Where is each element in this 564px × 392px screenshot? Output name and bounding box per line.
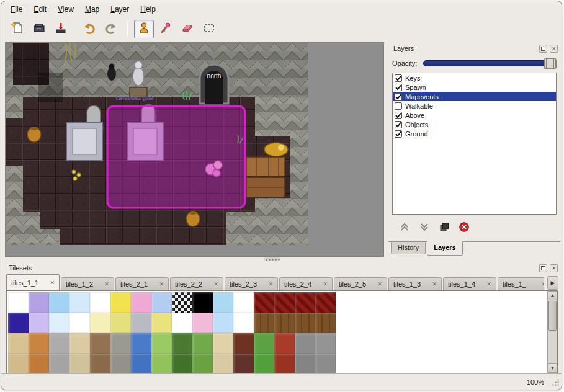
tile[interactable] (131, 313, 151, 333)
opacity-slider-handle[interactable] (544, 58, 557, 69)
scrollbar-thumb[interactable] (548, 301, 557, 331)
layer-row-walkable[interactable]: Walkable (393, 101, 556, 110)
tile[interactable] (69, 313, 90, 333)
layer-row-ground[interactable]: Ground (393, 129, 556, 138)
tile[interactable] (90, 292, 110, 313)
dock-tab-history[interactable]: History (391, 242, 426, 254)
tile[interactable] (8, 333, 29, 354)
tile[interactable] (213, 333, 233, 354)
new-file-button[interactable] (7, 20, 27, 38)
tile[interactable] (49, 313, 69, 333)
tile[interactable] (233, 354, 254, 373)
layer-row-objects[interactable]: Objects (393, 120, 556, 129)
tile[interactable] (8, 292, 29, 313)
scroll-up-button[interactable]: ▲ (548, 291, 557, 300)
menu-item-file[interactable]: File (5, 2, 28, 16)
layer-row-spawn[interactable]: Spawn (393, 82, 556, 92)
tile[interactable] (213, 292, 233, 313)
scroll-down-button[interactable]: ▼ (548, 363, 557, 373)
person-tool-button[interactable] (134, 20, 154, 38)
menu-item-map[interactable]: Map (79, 2, 105, 16)
layer-visibility-checkbox[interactable] (395, 121, 402, 128)
tile[interactable] (131, 292, 151, 313)
layer-visibility-checkbox[interactable] (395, 112, 402, 119)
tile[interactable] (295, 292, 315, 313)
select-tool-button[interactable] (199, 20, 219, 38)
duplicate-layer-button[interactable] (438, 222, 450, 234)
tileset-tab-tiles_1_1[interactable]: tiles_1_1✕ (6, 274, 60, 290)
splitter-grip[interactable] (264, 257, 280, 261)
tileset-tab-tiles_1_3[interactable]: tiles_1_3✕ (388, 277, 442, 290)
tab-scroll-right-button[interactable]: ▶ (547, 276, 558, 290)
dock-tab-layers[interactable]: Layers (427, 241, 462, 256)
tile[interactable] (151, 313, 172, 333)
tile[interactable] (315, 333, 336, 354)
tile[interactable] (295, 333, 315, 354)
tile[interactable] (274, 292, 295, 313)
tile[interactable] (69, 333, 90, 354)
tab-close-icon[interactable]: ✕ (323, 281, 328, 287)
tile[interactable] (29, 292, 49, 313)
tile[interactable] (274, 313, 295, 333)
tile[interactable] (8, 354, 29, 373)
tileset-tab-tiles_2_5[interactable]: tiles_2_5✕ (334, 277, 387, 290)
tile[interactable] (254, 292, 274, 313)
menu-item-help[interactable]: Help (135, 2, 161, 16)
tile[interactable] (90, 313, 110, 333)
tab-close-icon[interactable]: ✕ (486, 281, 491, 287)
tile[interactable] (192, 292, 213, 313)
tab-close-icon[interactable]: ✕ (213, 281, 218, 287)
tileset-tab-tiles_2_1[interactable]: tiles_2_1✕ (115, 277, 169, 290)
map-canvas[interactable]: north (5, 42, 384, 257)
tile[interactable] (172, 354, 192, 373)
delete-layer-button[interactable] (458, 222, 470, 234)
tile[interactable] (8, 313, 29, 333)
tileset-tab-tiles_2_2[interactable]: tiles_2_2✕ (170, 277, 223, 290)
tileset-tab-tiles_2_4[interactable]: tiles_2_4✕ (279, 277, 333, 290)
open-button[interactable] (29, 20, 49, 38)
tab-close-icon[interactable]: ✕ (159, 281, 164, 287)
tileset-tab-tiles_1_4[interactable]: tiles_1_4✕ (443, 277, 496, 290)
tile[interactable] (110, 333, 131, 354)
lower-layer-button[interactable] (418, 222, 431, 234)
tile[interactable] (49, 354, 69, 373)
layer-row-mapevents[interactable]: Mapevents (393, 92, 556, 101)
tile[interactable] (90, 354, 110, 373)
tile[interactable] (192, 354, 213, 373)
tile[interactable] (274, 354, 295, 373)
tile[interactable] (29, 354, 49, 373)
tileset-scrollbar[interactable]: ▲ ▼ (547, 291, 557, 373)
tile[interactable] (315, 313, 336, 333)
save-button[interactable] (51, 20, 71, 38)
float-panel-button[interactable] (539, 45, 547, 53)
layer-visibility-checkbox[interactable] (395, 93, 402, 100)
tile[interactable] (151, 292, 172, 313)
tab-close-icon[interactable]: ✕ (432, 281, 437, 287)
tile[interactable] (49, 292, 69, 313)
tile[interactable] (110, 354, 131, 373)
tile[interactable] (295, 354, 315, 373)
tile[interactable] (192, 333, 213, 354)
tile[interactable] (69, 354, 90, 373)
tile[interactable] (110, 313, 131, 333)
tile[interactable] (192, 313, 213, 333)
layer-visibility-checkbox[interactable] (395, 102, 402, 110)
tile[interactable] (213, 354, 233, 373)
tileset-tab-tiles_2_3[interactable]: tiles_2_3✕ (225, 277, 278, 290)
tile[interactable] (233, 333, 254, 354)
tile[interactable] (90, 333, 110, 354)
resize-grip[interactable] (552, 378, 560, 388)
layer-visibility-checkbox[interactable] (395, 74, 402, 82)
horizontal-splitter[interactable] (1, 257, 562, 262)
tab-close-icon[interactable]: ✕ (104, 281, 109, 287)
tile[interactable] (110, 292, 131, 313)
menu-item-layer[interactable]: Layer (105, 2, 135, 16)
raise-layer-button[interactable] (398, 222, 411, 234)
tile[interactable] (172, 333, 192, 354)
tab-close-icon[interactable]: ✕ (268, 281, 273, 287)
tile[interactable] (233, 292, 254, 313)
tab-close-icon[interactable]: ✕ (377, 281, 382, 287)
menu-item-edit[interactable]: Edit (28, 2, 52, 16)
layer-visibility-checkbox[interactable] (395, 84, 402, 91)
tile[interactable] (29, 333, 49, 354)
